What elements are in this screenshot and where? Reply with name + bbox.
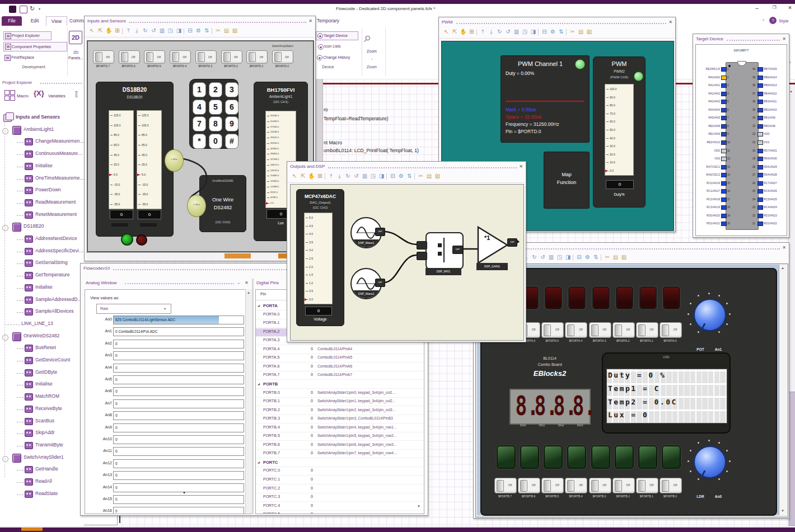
tree-item-initialise[interactable]: Initialise — [0, 379, 84, 390]
toolbar-icon-5[interactable]: ⤓ — [488, 28, 495, 35]
analog-input-an6[interactable]: 0 — [113, 387, 244, 396]
board-button-0[interactable] — [497, 445, 516, 469]
toolbar-icon-14[interactable]: ✂ — [604, 253, 611, 261]
digital-pin-portb-2[interactable]: PORTB.2 — [263, 408, 302, 414]
toolbar-icon-11[interactable]: ⊟ — [186, 27, 194, 34]
target-window-close-icon[interactable]: ✕ — [782, 36, 786, 41]
toolbar-icon-12[interactable]: ⚙ — [584, 253, 591, 261]
tree-item-sampleaddressedd-[interactable]: SampleAddressedD… — [0, 295, 84, 306]
inputs-hscrollbar-thumb[interactable] — [225, 253, 251, 258]
tree-item-ds18b20[interactable]: -DS18B20 — [0, 222, 84, 233]
keypad-key-8[interactable]: 8 — [209, 116, 222, 131]
analog-input-an12[interactable]: 0 — [113, 459, 244, 468]
keypad-key-5[interactable]: 5 — [209, 100, 222, 115]
tree-item-gettemperature[interactable]: GetTemperature — [0, 270, 84, 281]
toolbar-icon-10[interactable]: ◨ — [378, 172, 385, 180]
inputs-window-titlebar[interactable]: Inputs and Sensors✕ — [85, 16, 315, 25]
analog-input-an9[interactable]: 0 — [113, 423, 244, 432]
zoom-button[interactable]: Zoom — [363, 49, 381, 55]
board-scroll-down-icon[interactable]: ▼ — [781, 509, 785, 514]
toolbar-icon-13[interactable]: ⇅ — [592, 253, 600, 261]
digital-pin-porta-5[interactable]: PORTA.5 — [263, 355, 302, 361]
ribbon-button-icon-lists[interactable]: ◉Icon Lists — [317, 43, 350, 50]
toolbar-icon-16[interactable]: ▧ — [434, 172, 441, 180]
tree-item-transmitbyte[interactable]: TransmitByte — [0, 440, 84, 451]
macro-tool-label[interactable]: Macro — [17, 93, 32, 99]
keypad-key-hash[interactable]: # — [225, 134, 238, 149]
digital-pin-portb-7[interactable]: PORTB.7 — [263, 451, 302, 457]
ldr-knob[interactable] — [694, 446, 726, 478]
toolbar-icon-8[interactable]: ▥ — [513, 28, 520, 35]
toolbar-icon-2[interactable]: ✋ — [308, 172, 315, 180]
tab-temporary[interactable]: Temporary — [314, 16, 343, 26]
toolbar-icon-5[interactable]: ⤓ — [336, 172, 343, 180]
board-button-3[interactable] — [567, 445, 586, 469]
tree-item-readall[interactable]: ReadAll — [0, 477, 84, 488]
analog-scroll-up-icon[interactable]: ▲ — [247, 291, 251, 295]
keypad-key-4[interactable]: 4 — [193, 100, 206, 115]
toolbar-icon-3[interactable]: ⊞ — [316, 172, 324, 180]
digital-expander-icon[interactable]: ◢ — [258, 460, 261, 464]
toolbar-icon-9[interactable]: ◳ — [556, 253, 563, 261]
pot-knob[interactable] — [694, 299, 726, 331]
zoom-minus-button[interactable]: - — [368, 56, 375, 62]
outputs-window-titlebar[interactable]: Outputs and DSP✕ — [287, 162, 526, 171]
toolbar-icon-4[interactable]: ⤒ — [328, 172, 335, 180]
board-button-1[interactable] — [520, 445, 539, 469]
tree-item-initialise[interactable]: Initialise — [0, 283, 84, 294]
digital-pin-porta-6[interactable]: PORTA.6 — [263, 364, 302, 370]
digital-pin-portc[interactable]: PORTC — [263, 460, 302, 466]
board-window-close-icon[interactable]: ✕ — [782, 245, 786, 250]
outputs-window-close-icon[interactable]: ✕ — [519, 164, 523, 169]
analog-input-an10[interactable]: 0 — [113, 435, 244, 444]
analog-input-an11[interactable]: 0 — [113, 447, 244, 456]
analog-titlebar[interactable]: Analog Window–✕ — [83, 279, 252, 288]
board-switch-porta5[interactable]: Off — [541, 322, 564, 338]
digital-pin-portb-0[interactable]: PORTB.0 — [263, 390, 302, 397]
tree-item-getserialstring[interactable]: GetSerialString — [0, 258, 84, 269]
port-switch-portd4[interactable]: Off — [170, 50, 191, 64]
toolbar-icon-4[interactable]: ⤒ — [125, 27, 132, 34]
toolbar-icon-6[interactable]: ↻ — [531, 253, 538, 261]
target-window-titlebar[interactable]: Target Device✕ — [693, 34, 789, 43]
dsp-wave1-block-port[interactable]: DSP — [375, 228, 385, 236]
analog-input-an4[interactable]: 0 — [113, 364, 244, 373]
tree-item-samplealldevices[interactable]: SampleAllDevices — [0, 307, 84, 318]
port-switch-portd7[interactable]: Off — [93, 50, 114, 64]
close-button[interactable]: ✕ — [787, 5, 793, 12]
toolbar-icon-13[interactable]: ⇅ — [203, 27, 211, 34]
tree-item-link-line-13[interactable]: LINK_LINE_13 — [0, 319, 84, 330]
tree-item-resetmeasurement[interactable]: ResetMeasurement — [0, 210, 84, 221]
toolbar-icon-2[interactable]: ✋ — [460, 28, 467, 35]
tree-item-scanbus[interactable]: ScanBus — [0, 416, 84, 427]
analog-input-an14[interactable]: 0 — [113, 483, 244, 492]
toolbar-icon-12[interactable]: ⚙ — [549, 28, 556, 35]
keypad-key-1[interactable]: 1 — [193, 82, 206, 97]
tree-item-onetimemeasureme-[interactable]: OneTimeMeasureme… — [0, 173, 84, 185]
style-button[interactable]: Style — [779, 18, 792, 24]
toolbar-icon-15[interactable]: ▤ — [425, 172, 433, 180]
analog-input-an7[interactable]: 0 — [113, 399, 244, 408]
scroll-up-icon[interactable]: ▲ — [789, 90, 794, 95]
pwm-window-titlebar[interactable]: PWM✕ — [439, 17, 675, 26]
toolbar-icon-6[interactable]: ↻ — [142, 27, 149, 34]
digital-pin-portc-1[interactable]: PORTC.1 — [263, 477, 302, 483]
keypad-key-6[interactable]: 6 — [225, 100, 238, 115]
toolbar-icon-11[interactable]: ⊟ — [389, 172, 396, 180]
port-switch-portd6[interactable]: Off — [119, 50, 140, 64]
digital-pin-portb-5[interactable]: PORTB.5 — [263, 434, 302, 440]
tree-item-initialise[interactable]: Initialise — [0, 161, 84, 172]
toolbar-icon-13[interactable]: ⇅ — [558, 28, 565, 35]
dsp-mix-in2-port[interactable] — [417, 252, 427, 260]
board-scroll-up-icon[interactable]: ▲ — [781, 266, 785, 271]
board-scrollbar[interactable]: ▲▼ — [779, 265, 787, 515]
board-button-6[interactable] — [638, 445, 657, 469]
analog-input-an0[interactable]: 825 ComboBL0114/LightSensor.ADC — [113, 316, 244, 324]
toolbar-icon-10[interactable]: ◨ — [564, 253, 572, 261]
toolbar-icon-8[interactable]: ▥ — [548, 253, 555, 261]
keypad-key-9[interactable]: 9 — [225, 116, 238, 131]
board-switch-porta4[interactable]: Off — [565, 322, 587, 338]
analog-minimize-icon[interactable]: – — [237, 280, 242, 286]
dsp-mix-in1-port[interactable] — [417, 241, 427, 249]
keypad-key-0[interactable]: 0 — [209, 134, 222, 149]
